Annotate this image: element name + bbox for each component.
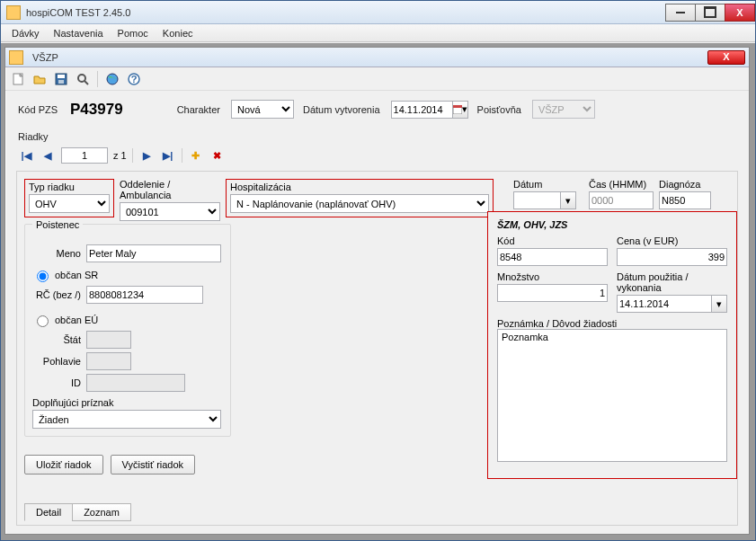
toolbar-separator	[97, 71, 98, 87]
app-icon	[6, 5, 21, 20]
poistovna-select[interactable]: VŠZP	[532, 100, 595, 119]
svg-line-5	[84, 81, 88, 84]
nav-first-icon[interactable]: |◀	[18, 147, 34, 164]
nav-page-input[interactable]	[61, 147, 108, 164]
rc-input[interactable]	[86, 286, 203, 304]
szm-datpouz-input[interactable]	[617, 295, 711, 313]
svg-point-4	[78, 75, 85, 82]
hospitalizacia-label: Hospitalizácia	[230, 182, 489, 192]
diagnoza-group: Diagnóza	[659, 179, 711, 209]
menu-davky[interactable]: Dávky	[4, 26, 47, 40]
menu-pomoc[interactable]: Pomoc	[111, 26, 156, 40]
delete-row-icon[interactable]: ✖	[209, 147, 226, 164]
new-icon[interactable]	[9, 70, 27, 88]
meno-input[interactable]	[86, 244, 221, 262]
menubar: Dávky Nastavenia Pomoc Koniec	[1, 24, 755, 42]
dopln-label: Doplňujúci príznak	[32, 397, 223, 408]
nav-last-icon[interactable]: ▶|	[160, 147, 176, 164]
id-label: ID	[32, 377, 81, 388]
id-input[interactable]	[86, 374, 185, 392]
obcan-sr-radio[interactable]	[37, 270, 49, 282]
pohlavie-input[interactable]	[86, 352, 131, 370]
obcan-eu-label: občan EÚ	[55, 315, 98, 325]
window-buttons: X	[666, 4, 755, 22]
svg-text:?: ?	[131, 74, 138, 84]
stat-label: Štát	[32, 334, 81, 345]
typ-riadku-group: Typ riadku OHV	[24, 179, 114, 217]
pohlavie-label: Pohlavie	[32, 356, 81, 367]
globe-icon[interactable]	[103, 70, 121, 88]
stat-input[interactable]	[86, 331, 131, 349]
szm-kod-label: Kód	[497, 235, 608, 246]
oddelenie-select[interactable]: 009101	[120, 202, 220, 221]
szm-datpouz-label: Dátum použitia / vykonania	[617, 271, 727, 293]
maximize-button[interactable]	[695, 4, 725, 22]
oddelenie-label: Oddelenie / Ambulancia	[120, 179, 220, 200]
tab-zoznam[interactable]: Zoznam	[72, 503, 131, 521]
search-icon[interactable]	[74, 70, 92, 88]
meno-label: Meno	[32, 248, 81, 259]
calendar-icon[interactable]: ▾	[560, 191, 576, 209]
hospitalizacia-select[interactable]: N - Naplánovanie (naplánovať OHV)	[230, 194, 489, 213]
child-app-icon	[9, 50, 23, 65]
nav-separator-2	[182, 148, 182, 163]
szm-cena-input[interactable]	[617, 248, 727, 266]
open-icon[interactable]	[31, 70, 49, 88]
datum-vytv-input[interactable]	[391, 101, 452, 119]
datum-picker[interactable]: ▾	[513, 191, 583, 209]
outer-titlebar: hospiCOM TEST 2.45.0 X	[1, 1, 755, 24]
child-titlebar: VŠZP X	[5, 48, 749, 67]
calendar-icon[interactable]: ▾	[452, 101, 468, 119]
tabs: Detail Zoznam	[24, 503, 130, 521]
diagnoza-input[interactable]	[659, 191, 711, 209]
help-icon[interactable]: ?	[125, 70, 143, 88]
datum-label: Dátum	[513, 179, 583, 190]
typ-riadku-select[interactable]: OHV	[29, 194, 110, 213]
szm-cena-label: Cena (v EUR)	[617, 235, 727, 246]
app-title: hospiCOM TEST 2.45.0	[26, 7, 666, 18]
child-close-button[interactable]: X	[707, 50, 745, 65]
kod-pzs-value: P43979	[67, 101, 123, 119]
poistovna-label: Poisťovňa	[477, 104, 523, 115]
szm-mnoz-label: Množstvo	[497, 271, 608, 282]
oddelenie-group: Oddelenie / Ambulancia 009101	[120, 179, 220, 221]
obcan-eu-radio[interactable]	[37, 315, 49, 327]
cas-input[interactable]	[589, 191, 654, 209]
szm-datpouz-picker[interactable]: ▾	[617, 295, 727, 313]
action-row: Uložiť riadok Vyčistiť riadok	[24, 455, 195, 474]
poistenec-group: Poistenec Meno občan SR RČ (bez /)	[24, 224, 231, 437]
nav-of-label: z 1	[113, 150, 127, 161]
riadky-label: Riadky	[5, 122, 749, 146]
szm-title: ŠZM, OHV, JZS	[497, 219, 727, 230]
menu-nastavenia[interactable]: Nastavenia	[47, 26, 111, 40]
add-row-icon[interactable]: ✚	[188, 147, 204, 164]
obcan-sr-label: občan SR	[55, 270, 98, 280]
szm-pozn-textarea[interactable]	[497, 329, 727, 462]
szm-pozn-label: Poznámka / Dôvod žiadosti	[497, 318, 727, 329]
outer-window: hospiCOM TEST 2.45.0 X Dávky Nastavenia …	[0, 0, 756, 541]
child-window: VŠZP X	[4, 47, 750, 535]
calendar-icon[interactable]: ▾	[711, 295, 727, 313]
menu-koniec[interactable]: Koniec	[156, 26, 200, 40]
szm-kod-input[interactable]	[497, 248, 608, 266]
szm-mnoz-input[interactable]	[497, 284, 608, 302]
save-icon[interactable]	[52, 70, 70, 88]
datum-input[interactable]	[513, 191, 560, 209]
header-row: Kód PZS P43979 Charakter Nová Dátum vytv…	[5, 91, 749, 122]
nav-prev-icon[interactable]: ◀	[40, 147, 56, 164]
ulozit-button[interactable]: Uložiť riadok	[24, 455, 103, 474]
dopln-select[interactable]: Žiaden	[32, 410, 221, 429]
nav-next-icon[interactable]: ▶	[138, 147, 155, 164]
charakter-select[interactable]: Nová	[231, 100, 294, 119]
datum-group: Dátum ▾	[513, 179, 583, 209]
diagnoza-label: Diagnóza	[659, 179, 711, 190]
minimize-button[interactable]	[665, 4, 696, 22]
toolbar: ?	[5, 67, 749, 91]
datum-vytv-picker[interactable]: ▾	[391, 101, 468, 119]
kod-pzs-label: Kód PZS	[18, 104, 58, 115]
szm-group: ŠZM, OHV, JZS Kód Cena (v EUR)	[487, 211, 737, 479]
tab-detail[interactable]: Detail	[24, 503, 73, 521]
vycistit-button[interactable]: Vyčistiť riadok	[111, 455, 196, 474]
cas-group: Čas (HHMM)	[589, 179, 654, 209]
close-button[interactable]: X	[725, 4, 755, 22]
